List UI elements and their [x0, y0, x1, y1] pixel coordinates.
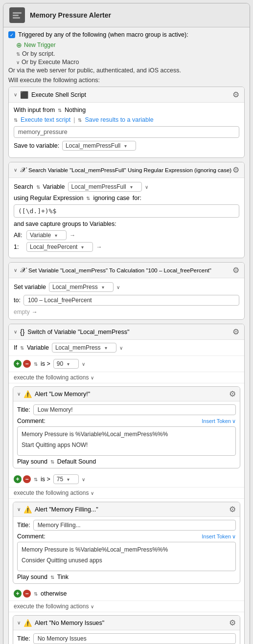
gear-icon-6[interactable]: ⚙	[229, 505, 236, 514]
alert-1-title-label: Title:	[17, 406, 30, 413]
switch-variable-type: Variable	[27, 344, 49, 351]
alert-1-insert-token[interactable]: Insert Token ∨	[202, 418, 236, 424]
set-variable-select-value: Local_memPress	[52, 284, 98, 290]
condition-2-value-select[interactable]: 75	[53, 474, 79, 484]
execute-text-3: execute the following actions	[14, 603, 89, 610]
alert-3-block: ∨ ⚠️ Alert "No Memory Issues" ⚙ Title: N…	[13, 615, 240, 644]
add-otherwise-btn[interactable]: +	[14, 590, 22, 598]
alert-1-body: Title: Low Memory! Comment: Insert Token…	[13, 401, 240, 468]
arrow-icon-3[interactable]: →	[32, 309, 38, 315]
collapse-chevron-4[interactable]: ∨	[14, 329, 17, 334]
search-variable-title: Search Variable "Local_memPressFull" Usi…	[28, 167, 231, 173]
switch-variable-value: Local_memPress	[55, 344, 101, 351]
capture-1-select[interactable]: Local_freePercent	[26, 242, 93, 252]
regex-input[interactable]: ([\d.]+)%$	[14, 204, 239, 218]
updown-icon-11: ⇅	[50, 575, 54, 580]
alert-1-comment-line2: Start Quitting apps NOW!	[22, 441, 231, 449]
collapse-chevron-6[interactable]: ∨	[17, 507, 21, 512]
trigger-checkbox[interactable]: ✓	[8, 31, 15, 38]
capture-1-value: Local_freePercent	[30, 244, 77, 250]
collapse-chevron-3[interactable]: ∨	[14, 267, 17, 273]
trigger-indent: ⊕ New Trigger ⇅ Or by script. ∨ Or by Ex…	[16, 41, 245, 66]
save-results-label[interactable]: Save results to a variable	[85, 116, 153, 123]
capture-label: and save capture groups to Variables:	[14, 221, 239, 227]
updown-icon-2: ⇅	[58, 108, 62, 113]
gear-icon-5[interactable]: ⚙	[229, 389, 236, 399]
remove-otherwise-btn[interactable]: −	[23, 590, 31, 598]
execute-text-label[interactable]: Execute text script	[21, 116, 70, 123]
arrow-icon-1[interactable]: →	[69, 232, 75, 239]
alert-2-title-label: Title:	[17, 522, 30, 529]
new-trigger-link[interactable]: New Trigger	[24, 42, 56, 48]
condition-1-is-label: is >	[41, 360, 50, 367]
condition-2-value: 75	[57, 476, 63, 483]
gear-icon-2[interactable]: ⚙	[232, 165, 239, 175]
alert-3-header: ∨ ⚠️ Alert "No Memory Issues" ⚙	[13, 616, 240, 630]
save-variable-value: Local_memPressFull	[66, 142, 120, 149]
collapse-chevron-5[interactable]: ∨	[17, 391, 21, 397]
gear-icon-4[interactable]: ⚙	[232, 327, 239, 336]
save-variable-select[interactable]: Local_memPressFull	[62, 141, 136, 151]
alert-2-comment-box[interactable]: Memory Pressure is %Variable%Local_memPr…	[17, 542, 236, 571]
alert-2-header-left: ∨ ⚠️ Alert "Memory Filling..."	[17, 506, 98, 513]
arrow-icon-2[interactable]: →	[96, 244, 102, 250]
gear-icon-7[interactable]: ⚙	[229, 618, 236, 627]
search-variable-select-value: Local_memPressFull	[71, 183, 126, 190]
capture-1-row: 1: Local_freePercent →	[14, 242, 239, 252]
chevron-icon-5: ∨	[82, 361, 85, 367]
alert-1-comment-label: Comment:	[17, 418, 46, 424]
empty-row: empty →	[14, 309, 239, 315]
set-variable-select[interactable]: Local_memPress	[49, 282, 114, 292]
all-variable-select[interactable]: Variable	[26, 230, 67, 240]
collapse-chevron-1[interactable]: ∨	[14, 92, 17, 97]
alert-1-header-left: ∨ ⚠️ Alert "Low Memory!"	[17, 390, 90, 398]
alert-2-block: ∨ ⚠️ Alert "Memory Filling..." ⚙ Title: …	[13, 502, 240, 584]
alert-1-sound-row: Play sound ⇅ Default Sound	[17, 458, 236, 465]
execute-text-1: execute the following actions	[14, 374, 89, 381]
gear-icon-3[interactable]: ⚙	[232, 266, 239, 275]
execute-label-3: execute the following actions ∨	[9, 601, 244, 612]
alert-3-title-input[interactable]: No Memory Issues	[33, 633, 236, 644]
capture-1-label: 1:	[14, 244, 23, 250]
remove-condition-2-btn[interactable]: −	[23, 475, 31, 483]
search-label: Search	[14, 183, 33, 190]
gear-icon-1[interactable]: ⚙	[232, 90, 239, 99]
switch-header: ∨ {} Switch of Variable "Local_memPress"…	[9, 324, 244, 340]
insert-token-text-2: Insert Token	[202, 533, 231, 539]
alert-2-body: Title: Memory Filling... Comment: Insert…	[13, 517, 240, 583]
svg-rect-2	[13, 15, 19, 16]
collapse-chevron-7[interactable]: ∨	[17, 620, 21, 625]
switch-variable-select[interactable]: Local_memPress	[52, 343, 116, 353]
collapse-chevron-2[interactable]: ∨	[14, 167, 17, 173]
or-web-text: Or via the web server for public, authen…	[8, 67, 181, 74]
chevron-icon-10: ∨	[232, 533, 236, 540]
condition-1-value-select[interactable]: 90	[53, 359, 79, 369]
alert-1-title: Alert "Low Memory!"	[35, 391, 90, 398]
alert-2-comment-line2: Consider Quitting unused apps	[22, 556, 231, 565]
alert-2-sound-value: Tink	[57, 574, 69, 580]
alert-2-insert-token[interactable]: Insert Token ∨	[202, 533, 236, 540]
add-condition-2-btn[interactable]: +	[14, 475, 22, 483]
alert-2-sound-label: Play sound	[17, 574, 47, 580]
chevron-icon-8: ∨	[82, 477, 85, 482]
alert-1-title-input[interactable]: Low Memory!	[33, 404, 236, 415]
script-value-field[interactable]: memory_pressure	[14, 126, 239, 138]
svg-rect-1	[13, 12, 22, 14]
to-value-field[interactable]: 100 – Local_freePercent	[23, 295, 239, 306]
title-bar: Memory Pressure Alerter	[3, 3, 250, 27]
function-icon-2: 𝒳	[20, 266, 25, 274]
condition-2-row: + − ⇅ is > 75 ∨	[9, 471, 244, 488]
updown-icon-10: ⇅	[34, 477, 38, 482]
add-condition-1-btn[interactable]: +	[14, 360, 22, 368]
alert-2-title-input[interactable]: Memory Filling...	[33, 520, 236, 531]
updown-icon-3: ⇅	[14, 117, 18, 123]
search-variable-select[interactable]: Local_memPressFull	[68, 182, 142, 192]
chevron-icon-2: ∨	[145, 184, 148, 190]
execute-text-row: ⇅ Execute text script | ⇅ Save results t…	[14, 116, 239, 123]
updown-icon-4: ⇅	[78, 117, 82, 123]
alert-3-title-label: Title:	[17, 635, 30, 642]
function-icon: 𝒳	[20, 166, 25, 174]
remove-condition-1-btn[interactable]: −	[23, 360, 31, 368]
alert-1-comment-box[interactable]: Memory Pressure is %Variable%Local_memPr…	[17, 426, 236, 456]
chevron-icon-7: ∨	[232, 418, 236, 424]
